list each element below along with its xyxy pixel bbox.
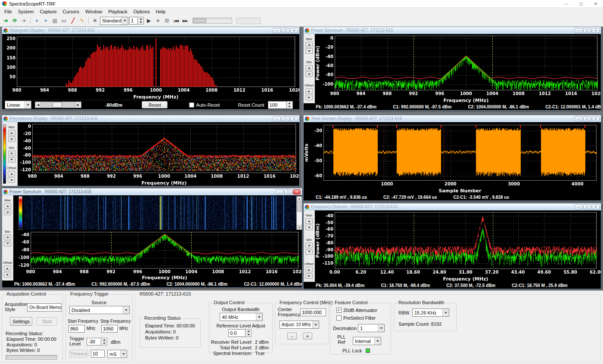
timeout-unit-combo[interactable]: mS <box>107 350 127 358</box>
scrollbar-thumb[interactable] <box>53 102 62 108</box>
adjust-step-combo[interactable]: Adjust: 10 MHz <box>280 321 319 329</box>
minimize-button[interactable]: — <box>273 116 281 121</box>
offset-up-button[interactable] <box>305 267 313 272</box>
close-button[interactable]: ✕ <box>592 116 600 121</box>
scale-combo[interactable]: Linear <box>5 101 31 109</box>
persistence-chart[interactable] <box>18 122 299 186</box>
minimize-button[interactable]: — <box>575 204 582 210</box>
max-up-button[interactable] <box>8 130 16 136</box>
start-frequency-input[interactable] <box>68 325 85 333</box>
play-icon[interactable]: ▶ <box>145 17 153 25</box>
minimize-button[interactable]: — <box>575 116 582 121</box>
pencil-icon[interactable]: ✎ <box>78 17 86 25</box>
stop-frequency-input[interactable] <box>101 325 118 333</box>
trigger-source-combo[interactable]: Disabled <box>69 306 130 314</box>
histogram-scrollbar[interactable]: ◀ ▶ <box>35 102 81 108</box>
maximize-button[interactable]: ▢ <box>583 204 591 210</box>
histogram-chart[interactable] <box>2 34 299 100</box>
zoom-vertical-icon[interactable]: ⌖ <box>42 17 50 25</box>
min-down-button[interactable] <box>4 241 11 247</box>
close-button[interactable]: ✕ <box>592 28 600 33</box>
scroll-left-icon[interactable]: ◀ <box>35 102 41 108</box>
max-down-button[interactable] <box>305 225 313 230</box>
reset-button[interactable]: Reset <box>142 101 168 108</box>
min-up-button[interactable] <box>8 151 16 156</box>
offset-up-button[interactable] <box>8 171 15 176</box>
menu-file[interactable]: File <box>1 9 15 15</box>
scroll-down-icon[interactable]: ▼ <box>297 225 302 230</box>
acquisition-style-combo[interactable]: On-Board Memory <box>27 303 62 312</box>
reference-level-spinner[interactable] <box>228 329 252 337</box>
auto-reset-checkbox[interactable]: Auto-Reset <box>189 102 220 108</box>
scroll-right-icon[interactable]: ▶ <box>75 102 81 108</box>
power-spectrum-chart[interactable] <box>315 34 601 103</box>
max-up-button[interactable] <box>4 203 11 209</box>
min-up-button[interactable] <box>305 243 313 248</box>
app-minimize-button[interactable]: — <box>559 0 574 7</box>
close-button[interactable]: ✕ <box>592 204 600 210</box>
step-icon[interactable]: ➔ <box>20 17 28 25</box>
min-down-button[interactable] <box>305 249 313 255</box>
settings-button[interactable]: Settings <box>10 317 32 326</box>
checkbox-box[interactable] <box>336 315 342 321</box>
menu-options[interactable]: Options <box>131 9 153 15</box>
restart-icon[interactable]: ⟳ <box>11 17 19 25</box>
maximize-button[interactable]: ▢ <box>284 189 292 194</box>
pll-ref-combo[interactable]: Internal <box>353 337 381 345</box>
time-domain-chart[interactable] <box>304 122 601 194</box>
close-button[interactable]: ✕ <box>293 189 301 194</box>
maximize-button[interactable]: ▢ <box>282 116 289 121</box>
stop-icon[interactable]: ■ <box>154 17 162 25</box>
menu-window[interactable]: Window <box>82 9 105 15</box>
reset-count-input[interactable] <box>268 101 287 109</box>
attenuator-checkbox[interactable]: ✓ 20dB Attenuator <box>336 308 377 313</box>
panel-view-icon[interactable]: ▤ <box>51 17 59 25</box>
window-titlebar[interactable]: Power Spectrum : R5500-427: 171213-615 —… <box>304 27 601 34</box>
minimize-button[interactable]: — <box>575 28 582 33</box>
trigger-level-spinner[interactable] <box>87 338 107 345</box>
rbw-combo[interactable]: 15.26 KHz <box>412 308 449 317</box>
preselect-checkbox[interactable]: PreSelect Filter <box>336 315 376 321</box>
minimize-button[interactable]: — <box>273 28 281 33</box>
power-spectrum-chart[interactable] <box>13 231 302 281</box>
reference-level-input[interactable] <box>228 329 246 337</box>
count-spinner[interactable] <box>129 17 144 25</box>
checkbox-box[interactable] <box>189 102 194 108</box>
count-input[interactable] <box>129 17 138 25</box>
timeout-input[interactable] <box>91 350 105 358</box>
max-up-button[interactable] <box>305 218 313 224</box>
decimation-combo[interactable]: 1 <box>358 324 385 332</box>
spectrogram-scrollbar[interactable]: ▲ ▼ <box>296 196 302 230</box>
offset-up-button[interactable] <box>305 88 313 94</box>
menu-cursors[interactable]: Cursors <box>60 9 83 15</box>
min-down-button[interactable] <box>305 71 313 77</box>
menu-system[interactable]: System <box>15 9 37 15</box>
app-maximize-button[interactable]: ▢ <box>574 0 588 7</box>
app-titlebar[interactable]: SpectraScopeRT-TRF — ▢ ✕ <box>0 0 603 8</box>
preset-combo[interactable]: Standard <box>100 17 128 25</box>
reset-count-spinner[interactable] <box>268 101 293 109</box>
clear-icon[interactable]: ✕ <box>91 17 99 25</box>
window-titlebar[interactable]: Persistence Display : R5500-427: 171213-… <box>2 115 299 122</box>
frequency-increment-button[interactable]: + <box>303 333 312 339</box>
min-up-button[interactable] <box>4 234 11 240</box>
max-down-button[interactable] <box>4 210 11 215</box>
window-titlebar[interactable]: Histogram Display : R5500-427: 171213-61… <box>2 27 299 34</box>
offset-down-button[interactable] <box>8 177 15 183</box>
output-bandwidth-combo[interactable]: 40 MHz <box>220 313 263 321</box>
menu-capture[interactable]: Capture <box>37 9 59 15</box>
offset-down-button[interactable] <box>4 272 11 278</box>
skip-back-icon[interactable]: |◀◀ <box>172 17 180 25</box>
run-icon[interactable]: ➔ <box>2 17 10 25</box>
max-down-button[interactable] <box>8 136 16 142</box>
maximize-button[interactable]: ▢ <box>583 116 591 121</box>
min-up-button[interactable] <box>305 65 313 71</box>
frequency-domain-chart[interactable] <box>315 210 601 282</box>
window-titlebar[interactable]: Frequency Domain : R5500-427: 171213-615… <box>304 204 601 210</box>
menu-help[interactable]: Help <box>153 9 169 15</box>
center-frequency-input[interactable] <box>300 308 326 316</box>
select-rect-icon[interactable]: ▭ <box>60 17 68 25</box>
app-close-button[interactable]: ✕ <box>588 0 603 7</box>
offset-down-button[interactable] <box>305 273 313 279</box>
start-button[interactable]: Start <box>37 317 57 326</box>
